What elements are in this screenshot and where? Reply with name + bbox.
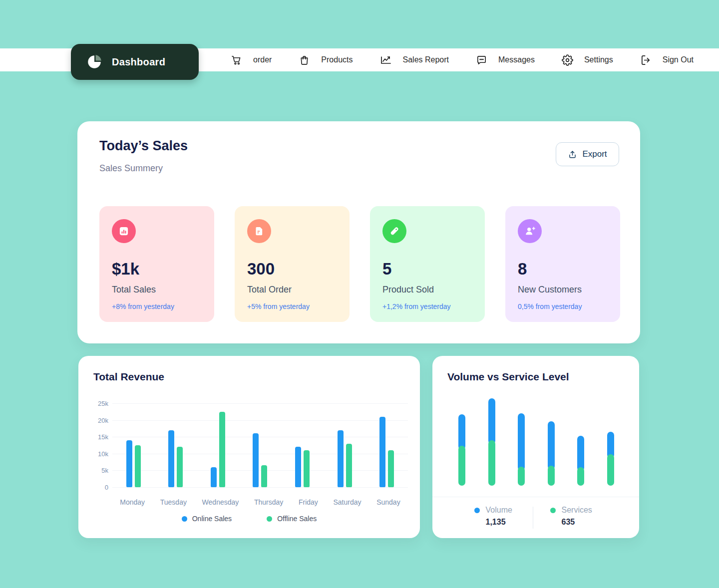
bar-group-friday — [295, 403, 310, 487]
top-navbar: Dashboard orderProductsSales ReportMessa… — [0, 48, 719, 71]
y-axis-tick: 20k — [88, 417, 108, 424]
nav-item-label: order — [253, 55, 272, 64]
volume-service-card: Volume vs Service Level Volume1,135Servi… — [432, 356, 639, 538]
x-axis-label: Saturday — [333, 498, 361, 506]
y-axis-tick: 0 — [88, 484, 108, 491]
nav-item-sales-report[interactable]: Sales Report — [380, 54, 449, 66]
stat-value: $1k — [112, 260, 204, 279]
stat-card-new-customers: 8New Customers0,5% from yesterday — [505, 206, 620, 322]
volume-segment — [488, 398, 495, 444]
y-axis-tick: 15k — [88, 433, 108, 441]
bag-icon — [299, 54, 310, 66]
dashboard-page: Dashboard orderProductsSales ReportMessa… — [0, 0, 719, 588]
services-segment — [607, 454, 614, 486]
revenue-legend: Online SalesOffline Sales — [78, 515, 420, 523]
legend-item-online-sales: Online Sales — [182, 515, 232, 523]
bar-group-thursday — [253, 403, 267, 487]
nav-item-label: Sales Report — [403, 55, 449, 64]
tag-icon — [382, 219, 406, 243]
x-axis-label: Tuesday — [160, 498, 187, 506]
nav-item-sign-out[interactable]: Sign Out — [640, 54, 694, 66]
services-segment — [548, 466, 555, 486]
legend-separator — [533, 507, 533, 529]
stat-label: Product Sold — [382, 285, 475, 295]
nav-item-label: Messages — [498, 55, 535, 64]
legend-item-services: Services635 — [550, 506, 598, 527]
legend-dot — [474, 508, 480, 513]
stat-card-total-order: 300Total Order+5% from yesterday — [235, 206, 350, 322]
stats-row: $1kTotal Sales+8% from yesterday300Total… — [99, 206, 620, 322]
sign-out-icon — [640, 54, 652, 66]
bar-group-tuesday — [168, 403, 183, 487]
x-axis-label: Friday — [299, 498, 318, 506]
legend-head: Volume — [474, 506, 522, 515]
nav-item-settings[interactable]: Settings — [562, 54, 613, 66]
bar-group-sunday — [379, 403, 394, 487]
legend-dot — [267, 516, 272, 522]
stat-delta: +5% from yesterday — [247, 302, 340, 310]
services-segment — [458, 446, 465, 486]
volume-service-title: Volume vs Service Level — [447, 371, 569, 383]
stat-label: New Customers — [518, 285, 610, 295]
y-axis-tick: 25k — [88, 400, 108, 407]
volume-segment — [458, 414, 465, 450]
sales-card-title: Today’s Sales — [99, 138, 188, 154]
message-icon — [476, 54, 487, 66]
nav-item-products[interactable]: Products — [299, 54, 353, 66]
bar-group-monday — [126, 403, 141, 487]
bar-group-saturday — [338, 403, 352, 487]
bar-offline-sales — [177, 447, 183, 487]
x-axis-label: Wednesday — [202, 498, 239, 506]
stat-delta: +1,2% from yesterday — [382, 302, 475, 310]
services-segment — [488, 440, 495, 486]
nav-item-messages[interactable]: Messages — [476, 54, 535, 66]
revenue-x-labels: MondayTuesdayWednesdayThursdayFridaySatu… — [112, 498, 408, 506]
volume-bar-2 — [488, 398, 495, 486]
gear-icon — [562, 54, 573, 66]
nav-item-order[interactable]: order — [231, 54, 272, 66]
services-segment — [577, 467, 584, 486]
bar-group-wednesday — [211, 403, 225, 487]
bar-offline-sales — [388, 450, 394, 487]
bar-online-sales — [168, 430, 174, 487]
bar-online-sales — [338, 430, 344, 487]
x-axis-label: Sunday — [376, 498, 400, 506]
stat-value: 300 — [247, 260, 340, 279]
volume-segment — [548, 421, 555, 470]
legend-dot — [182, 516, 187, 522]
bar-online-sales — [253, 433, 259, 487]
export-icon — [568, 150, 577, 159]
legend-label: Volume — [486, 506, 512, 515]
bar-offline-sales — [304, 450, 310, 487]
total-revenue-title: Total Revenue — [93, 371, 164, 383]
stat-card-total-sales: $1kTotal Sales+8% from yesterday — [99, 206, 214, 322]
brand-dashboard-button[interactable]: Dashboard — [71, 44, 199, 80]
bar-offline-sales — [346, 444, 352, 487]
volume-chart-area — [458, 398, 614, 486]
nav-item-label: Settings — [584, 55, 613, 64]
export-button[interactable]: Export — [556, 142, 619, 166]
bar-offline-sales — [261, 465, 267, 487]
bar-online-sales — [126, 440, 132, 487]
revenue-bars — [112, 403, 408, 487]
legend-item-offline-sales: Offline Sales — [267, 515, 317, 523]
bar-offline-sales — [219, 412, 225, 487]
volume-bar-5 — [577, 436, 584, 486]
volume-bar-6 — [607, 432, 614, 486]
bar-offline-sales — [135, 445, 141, 487]
legend-item-volume: Volume1,135 — [474, 506, 522, 527]
brand-label: Dashboard — [112, 56, 165, 68]
volume-segment — [577, 436, 584, 471]
volume-legend: Volume1,135Services635 — [432, 506, 639, 529]
legend-label: Services — [562, 506, 592, 515]
services-segment — [518, 467, 525, 486]
legend-value: 1,135 — [486, 518, 522, 527]
volume-bar-3 — [518, 413, 525, 486]
y-axis-tick: 5k — [88, 467, 108, 474]
x-axis-label: Monday — [120, 498, 145, 506]
legend-dot — [550, 508, 556, 513]
stat-delta: 0,5% from yesterday — [518, 302, 610, 310]
pie-chart-icon — [86, 53, 103, 70]
chart-line-icon — [380, 54, 392, 66]
export-button-label: Export — [582, 149, 607, 159]
